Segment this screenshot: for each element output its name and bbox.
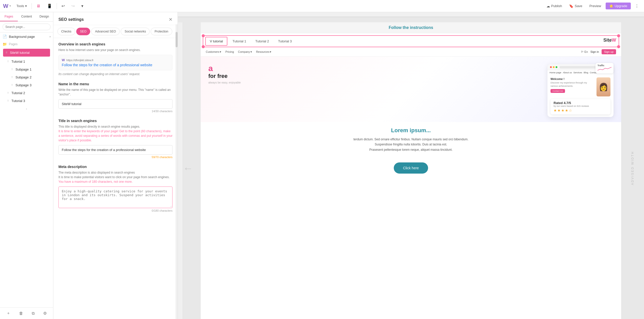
advised-width-panel: Advised width <box>621 17 644 319</box>
signin-link[interactable]: Sign in <box>590 50 599 53</box>
preview-url: W https://dfvnjkkl.sitew.fr <box>62 58 169 62</box>
collapse-btn[interactable]: ‹ <box>0 105 53 113</box>
hero-text: a for free always be easy, enjoyable <box>208 64 542 84</box>
click-here-btn[interactable]: Click here <box>394 162 428 174</box>
tab-pages[interactable]: Pages <box>0 12 18 21</box>
logo-dropdown[interactable]: ▾ <box>9 4 11 8</box>
seo-scrollbar-thumb <box>176 32 178 47</box>
preview-link[interactable]: Follow the steps for the creation of a p… <box>62 63 152 67</box>
sidebar-item-sitew-tutorial[interactable]: ⠿ SiteW tutorial <box>3 49 50 57</box>
tab-design[interactable]: Design <box>35 12 53 21</box>
add-page-btn[interactable]: ＋ <box>4 310 12 317</box>
tutorial-tab-2[interactable]: Tutorial 2 <box>251 37 273 45</box>
seo-tab-social[interactable]: Social networks <box>121 28 150 35</box>
sidebar-item-subpage-3[interactable]: ⠿ Subpage 3 <box>0 81 53 89</box>
title-search-input[interactable] <box>62 148 169 152</box>
name-menu-title: Name in the menu <box>58 82 172 86</box>
site-card-dots <box>550 66 557 68</box>
search-box <box>0 22 53 32</box>
canvas-body: ← Follow the instructions ↺ ⋯ V tutorial… <box>178 17 644 319</box>
click-here-section: Click here <box>201 157 621 179</box>
seo-tab-advanced[interactable]: Advanced SEO <box>91 28 120 35</box>
sidebar-item-tutorial-1[interactable]: ⠿ Tutorial 1 <box>0 58 53 65</box>
background-page-chevron: › <box>50 35 51 38</box>
undo-btn[interactable]: ↩ <box>59 3 67 9</box>
page-settings-btn[interactable]: ⚙ <box>41 310 49 317</box>
hero-for-free: for free <box>208 73 542 79</box>
nav-resources[interactable]: Resources ▾ <box>256 50 272 54</box>
main-layout: Pages Content Design 📄 Background page ›… <box>0 12 644 319</box>
site-contact-btn[interactable]: Contact me <box>551 89 565 93</box>
tutorial-tab-v[interactable]: V tutorial <box>205 37 227 46</box>
rating-stars: ★ ★ ★ ★ ☆ <box>554 108 607 112</box>
traffic-label: Traffic <box>598 64 611 67</box>
tutorial-3-label: Tutorial 3 <box>11 99 25 103</box>
name-menu-field-box <box>58 99 172 109</box>
nav-pricing[interactable]: Pricing <box>225 50 234 53</box>
more-menu-btn[interactable]: ⋮ <box>633 3 641 9</box>
seo-close-btn[interactable]: ✕ <box>169 17 172 22</box>
advised-width-label: Advised width <box>631 151 634 185</box>
lorem-text-3: Prasesent pellentesque lorem neque, aliq… <box>369 148 453 152</box>
logo[interactable]: W ▾ <box>3 3 11 9</box>
meta-desc: The meta description is also displayed i… <box>58 170 172 184</box>
nav-customers[interactable]: Customers ▾ <box>206 50 221 54</box>
preview-hero: a for free always be easy, enjoyable Tra… <box>201 57 621 122</box>
seo-title: SEO settings <box>58 17 84 22</box>
hero-image-area: Traffic <box>547 64 614 117</box>
seo-section-overview: Overview in search engines Here is how i… <box>58 42 172 76</box>
hero-sub: always be easy, enjoyable <box>208 81 542 84</box>
background-page-item[interactable]: 📄 Background page › <box>0 32 53 41</box>
preview-nav: Customers ▾ Pricing Company ▾ Resources … <box>206 50 576 54</box>
site-nav-about: About us <box>563 71 572 74</box>
star-1: ★ <box>554 108 557 112</box>
sidebar-item-subpage-2[interactable]: ⠿ Subpage 2 <box>0 73 53 81</box>
publish-btn[interactable]: ☁ Publish <box>544 3 565 10</box>
tab-content[interactable]: Content <box>18 12 36 21</box>
seo-tab-seo[interactable]: SEO <box>76 28 90 35</box>
flag-icon: 🏳 <box>581 50 584 53</box>
delete-page-btn[interactable]: 🗑 <box>17 310 25 317</box>
preview-btn[interactable]: Preview <box>587 3 604 9</box>
seo-scrollbar[interactable] <box>176 24 178 319</box>
traffic-line-chart <box>598 67 611 71</box>
lang-selector[interactable]: 🏳 En <box>581 50 588 53</box>
sidebar-item-tutorial-3[interactable]: ⠿ Tutorial 3 <box>0 97 53 105</box>
nav-company[interactable]: Company ▾ <box>238 50 252 54</box>
tutorial-1-label: Tutorial 1 <box>11 60 25 63</box>
pages-list: 📄 Background page › 📁 Pages ⠿ SiteW tuto… <box>0 32 53 307</box>
tutorial-tab-3[interactable]: Tutorial 3 <box>274 37 296 45</box>
drag-handle-icon: ⠿ <box>11 76 13 79</box>
duplicate-page-btn[interactable]: ⧉ <box>30 310 37 317</box>
canvas-left-arrow[interactable]: ← <box>183 162 193 174</box>
name-menu-desc: Write the name of this page to be displa… <box>58 88 172 97</box>
tools-menu[interactable]: Tools ▾ <box>14 3 29 9</box>
history-dropdown-btn[interactable]: ▾ <box>79 3 85 9</box>
hero-letter: a <box>208 64 542 72</box>
redo-btn[interactable]: ↪ <box>69 3 77 9</box>
background-page-label: Background page <box>9 35 35 39</box>
ruler-vertical <box>178 22 183 319</box>
traffic-chart: Traffic <box>595 63 614 73</box>
nav-customers-dropdown: ▾ <box>220 50 221 54</box>
meta-textarea[interactable] <box>62 189 169 205</box>
search-input[interactable] <box>3 24 51 30</box>
overview-title: Overview in search engines <box>58 42 172 46</box>
name-menu-input[interactable] <box>62 102 169 106</box>
signup-btn[interactable]: Sign up <box>602 49 616 54</box>
seo-tab-protection[interactable]: Protection <box>151 28 172 35</box>
desktop-view-btn[interactable]: 🖥 <box>34 3 42 9</box>
site-preview-scroll[interactable]: Customers ▾ Pricing Company ▾ Resources … <box>201 47 621 318</box>
sidebar-item-tutorial-2[interactable]: ⠿ Tutorial 2 <box>0 89 53 97</box>
save-btn[interactable]: 🔖 Save <box>567 3 585 10</box>
seo-tab-checks[interactable]: Checks <box>57 28 75 35</box>
star-half: ☆ <box>569 108 572 112</box>
tutorial-tab-1[interactable]: Tutorial 1 <box>228 37 250 45</box>
upgrade-btn[interactable]: ⭐ Upgrade <box>606 3 631 9</box>
tutorial-2-label: Tutorial 2 <box>11 91 25 95</box>
title-search-title: Title in search engines <box>58 119 172 123</box>
seo-content: Overview in search engines Here is how i… <box>53 38 178 319</box>
sidebar-item-subpage-1[interactable]: ⠿ Subpage 1 <box>0 65 53 73</box>
mobile-view-btn[interactable]: 📱 <box>45 3 54 9</box>
site-nav-blog: Blog <box>584 71 588 74</box>
